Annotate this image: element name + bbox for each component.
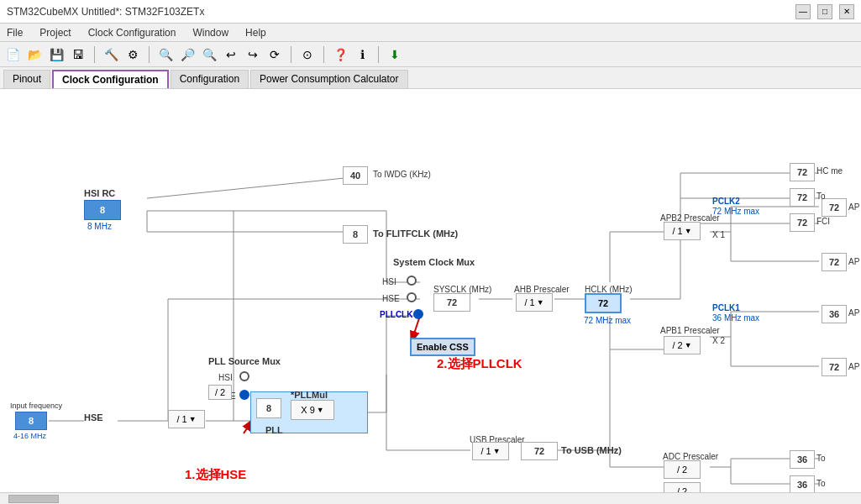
toolbar-save2[interactable]: 🖫 — [69, 45, 87, 64]
minimize-button[interactable]: — — [795, 4, 811, 19]
toolbar-sep-2 — [149, 46, 150, 63]
x1-label: X 1 — [712, 230, 725, 239]
pclk1-label: PCLK1 — [712, 303, 740, 312]
hcme-value-box: 72 — [790, 163, 815, 181]
annotation-select-pllclk: 2.选择PLLCLK — [437, 356, 522, 372]
window-title: STM32CubeMX Untitled*: STM32F103ZETx — [7, 6, 204, 18]
annotation-select-hse: 1.选择HSE — [185, 467, 246, 483]
toolbar-sep-5 — [378, 46, 379, 63]
iwdg-value-box: 40 — [343, 166, 368, 185]
to-label: To — [816, 192, 826, 201]
tab-configuration[interactable]: Configuration — [171, 70, 249, 88]
input-freq-label: Input frequency — [10, 402, 62, 410]
menu-clock-config[interactable]: Clock Configuration — [85, 26, 180, 39]
fci-value-box: 72 — [790, 213, 815, 232]
menu-window[interactable]: Window — [189, 26, 232, 39]
horizontal-scrollbar[interactable] — [0, 492, 861, 504]
svg-line-0 — [147, 177, 353, 198]
hclk-sublabel: 72 MHz max — [584, 316, 631, 325]
toolbar-reset[interactable]: ⟳ — [265, 45, 284, 64]
toolbar-generate[interactable]: ⬇ — [386, 45, 404, 64]
menu-project[interactable]: Project — [36, 26, 74, 39]
toolbar-redo[interactable]: ↪ — [244, 45, 262, 64]
pll-label: PLL — [265, 425, 283, 435]
window-controls[interactable]: — □ ✕ — [795, 4, 854, 19]
scrollbar-thumb[interactable] — [8, 495, 59, 503]
apb1-prescaler-box[interactable]: / 2 — [664, 336, 701, 354]
clock-diagram-area: 40 To IWDG (KHz) 8 To FLITFCLK (MHz) HSI… — [0, 89, 861, 504]
title-bar: STM32CubeMX Untitled*: STM32F103ZETx — □… — [0, 0, 861, 24]
toolbar-open[interactable]: 📂 — [25, 45, 44, 64]
sysclk-pllclk-radio[interactable] — [413, 309, 423, 319]
input-freq-sublabel: 4-16 MHz — [13, 432, 46, 440]
flitfclk-label: To FLITFCLK (MHz) — [373, 228, 458, 239]
hsi-div2-prescaler: / 2 — [208, 385, 232, 400]
sysclk-hsi-radio[interactable] — [407, 276, 417, 286]
toolbar-zoom-in2[interactable]: 🔎 — [178, 45, 197, 64]
menu-help[interactable]: Help — [242, 26, 270, 39]
toolbar-btn-circle[interactable]: ⊙ — [298, 45, 317, 64]
toolbar-new[interactable]: 📄 — [3, 45, 22, 64]
iwdg-label: To IWDG (KHz) — [373, 170, 431, 179]
toolbar-zoom-in[interactable]: 🔍 — [156, 45, 175, 64]
pclk2-max-label: 72 MHz max — [712, 207, 759, 216]
ap-label-3: AP — [848, 202, 859, 212]
hsi-rc-label: HSI RC — [84, 188, 115, 198]
toolbar-sep-3 — [291, 46, 291, 63]
pll-hsi-radio[interactable] — [239, 371, 249, 381]
tab-clock-config[interactable]: Clock Configuration — [52, 70, 169, 88]
input-freq-value: 8 — [15, 412, 47, 430]
enable-css-button[interactable]: Enable CSS — [410, 338, 475, 356]
usb-out-label: To USB (MHz) — [561, 445, 622, 455]
sysclk-hsi-label: HSI — [382, 277, 396, 286]
pll-hsi-label: HSI — [218, 373, 233, 382]
toolbar-btn6[interactable]: ⚙ — [123, 45, 142, 64]
ap-label-4: AP — [848, 257, 859, 266]
pll-mul-prescaler[interactable]: X 9 — [291, 400, 334, 420]
toolbar-help[interactable]: ❓ — [331, 45, 349, 64]
hsi-rc-value: 8 — [84, 200, 121, 220]
pll-mul-label: *PLLMul — [291, 390, 328, 400]
toolbar-info[interactable]: ℹ — [353, 45, 371, 64]
tab-pinout[interactable]: Pinout — [3, 70, 50, 88]
usb-prescaler-box[interactable]: / 1 — [472, 442, 509, 460]
tab-bar: Pinout Clock Configuration Configuration… — [0, 67, 861, 89]
menu-bar: File Project Clock Configuration Window … — [0, 24, 861, 42]
x2-label: X 2 — [712, 336, 725, 345]
sysclk-hse-radio[interactable] — [407, 292, 417, 302]
adc-out2-label: To — [816, 479, 826, 488]
pclk1-max-label: 36 MHz max — [712, 313, 759, 323]
pclk1-value-box: 36 — [822, 305, 847, 323]
toolbar-sep-1 — [94, 46, 95, 63]
toolbar-btn5[interactable]: 🔨 — [102, 45, 120, 64]
ap-label-1: AP — [848, 308, 859, 318]
pclk2-value-box: 72 — [822, 198, 847, 217]
hclk-value-box: 72 — [585, 293, 622, 313]
pll-hse-radio[interactable] — [239, 390, 249, 400]
adc-prescaler-box1[interactable]: / 2 — [664, 460, 701, 479]
hse-div1-prescaler[interactable]: / 1 — [168, 410, 205, 428]
ahb-prescaler-box[interactable]: / 1 — [516, 293, 553, 312]
close-button[interactable]: ✕ — [839, 4, 854, 19]
ap-label-2: AP — [848, 362, 859, 371]
toolbar-sep-4 — [323, 46, 324, 63]
flitfclk-value-box: 8 — [343, 225, 368, 244]
sysclk-pllclk-label: PLLCLK — [380, 310, 412, 319]
maximize-button[interactable]: □ — [817, 4, 832, 19]
adc-out1-box: 36 — [790, 450, 815, 469]
toolbar-save[interactable]: 💾 — [47, 45, 66, 64]
sysclk-value-box: 72 — [433, 293, 470, 312]
toolbar-undo[interactable]: ↩ — [222, 45, 240, 64]
toolbar-zoom-out[interactable]: 🔍 — [200, 45, 218, 64]
tab-power[interactable]: Power Consumption Calculator — [250, 70, 407, 88]
apb2-prescaler-box[interactable]: / 1 — [664, 222, 701, 240]
apb1-prescaler-label: APB1 Prescaler — [660, 326, 720, 335]
menu-file[interactable]: File — [3, 26, 26, 39]
toolbar: 📄 📂 💾 🖫 🔨 ⚙ 🔍 🔎 🔍 ↩ ↪ ⟳ ⊙ ❓ ℹ ⬇ — [0, 42, 861, 67]
sysclk-mux-label: System Clock Mux — [393, 257, 475, 267]
pll-source-mux-label: PLL Source Mux — [208, 356, 281, 366]
usb-out-value-box: 72 — [521, 442, 558, 460]
x2-value-box: 72 — [822, 358, 847, 376]
hse-label: HSE — [84, 412, 103, 423]
adc-out2-box: 36 — [790, 475, 815, 494]
